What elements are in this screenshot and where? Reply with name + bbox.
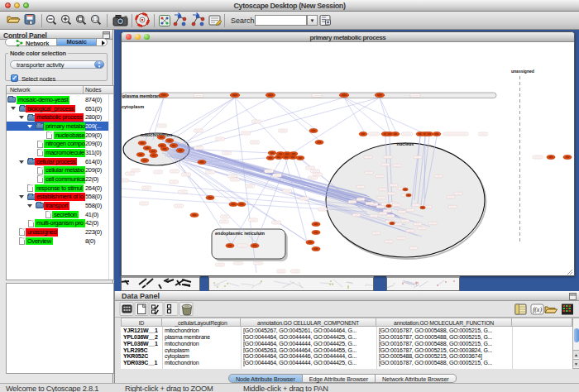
svg-text:1:1: 1:1 xyxy=(93,17,98,22)
svg-text:endoplasmic reticulum: endoplasmic reticulum xyxy=(215,231,265,236)
svg-text:nucleus: nucleus xyxy=(397,141,414,146)
svg-text:plasma membrane: plasma membrane xyxy=(122,93,162,98)
svg-text:cytoplasm: cytoplasm xyxy=(122,104,144,109)
svg-text:unassigned: unassigned xyxy=(511,69,534,74)
svg-text:f(x): f(x) xyxy=(533,306,542,313)
svg-text:mitochondrion: mitochondrion xyxy=(141,132,173,137)
